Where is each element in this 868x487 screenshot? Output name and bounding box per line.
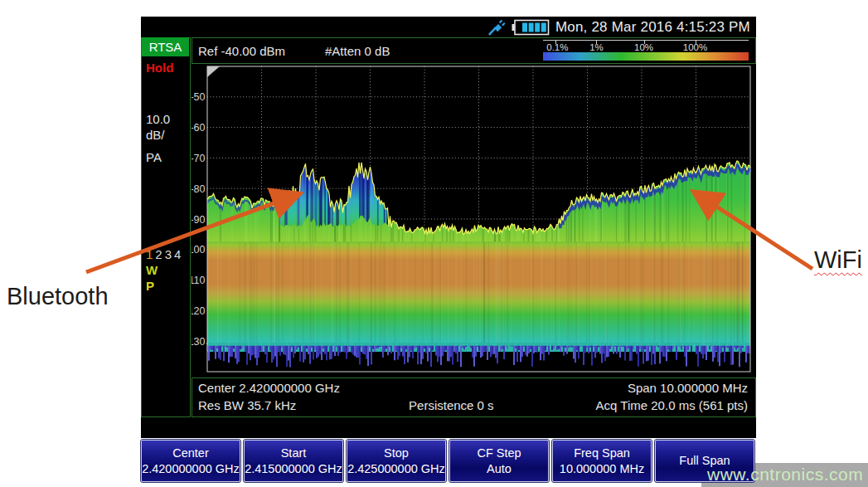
annotation-footer: Center 2.420000000 GHz Span 10.000000 MH…	[192, 377, 756, 417]
softkey-stop[interactable]: Stop 2.425000000 GHz	[347, 440, 446, 482]
hold-indicator: Hold	[146, 61, 173, 75]
trace-numbers: 1234	[146, 247, 183, 261]
acqtime-text: Acq Time 20.0 ms (561 pts)	[596, 398, 748, 412]
center-freq-text: Center 2.420000000 GHz	[198, 381, 340, 395]
colorbar-gradient	[543, 52, 749, 61]
scale-unit: dB/	[146, 128, 165, 142]
instrument-screen: Mon, 28 Mar 2016 4:15:23 PM RTSA Hold 10…	[141, 17, 756, 438]
softkey-cf-step[interactable]: CF Step Auto	[449, 440, 549, 482]
softkey-label: Center	[172, 446, 209, 461]
trace-digit: 4	[174, 247, 183, 261]
softkey-label: Freq Span	[574, 446, 630, 461]
status-bar: Mon, 28 Mar 2016 4:15:23 PM	[141, 17, 756, 37]
y-axis-label: -60	[192, 122, 206, 134]
ac-power-icon	[487, 18, 506, 37]
colorbar-label: 10%	[634, 42, 653, 52]
page: Mon, 28 Mar 2016 4:15:23 PM RTSA Hold 10…	[0, 0, 868, 487]
clock-text: Mon, 28 Mar 2016 4:15:23 PM	[555, 19, 750, 36]
softkey-label: Stop	[384, 446, 409, 461]
preamp-indicator: PA	[146, 150, 162, 164]
y-axis-label: -70	[192, 153, 206, 164]
resbw-text: Res BW 35.7 kHz	[198, 398, 296, 412]
softkey-bar: Center 2.420000000 GHz Start 2.415000000…	[141, 440, 754, 482]
y-axis-label: -50	[192, 91, 206, 103]
detector-indicator: P	[146, 279, 154, 293]
watermark-text: www.cntronics.com	[707, 465, 863, 485]
trace-digit: 2	[155, 247, 164, 261]
mode-badge: RTSA	[142, 37, 189, 56]
y-axis-label: -90	[192, 214, 206, 226]
battery-icon	[512, 19, 550, 36]
colorbar-label: 0.1%	[546, 42, 568, 52]
y-axis-label: -100	[192, 244, 206, 256]
ref-level-text: Ref -40.00 dBm	[198, 44, 285, 58]
softkey-start[interactable]: Start 2.415000000 GHz	[244, 440, 343, 482]
softkey-label: CF Step	[477, 446, 521, 461]
colorbar-label: 1%	[589, 42, 604, 52]
span-text: Span 10.000000 MHz	[628, 381, 748, 395]
softkey-value: 2.425000000 GHz	[347, 461, 445, 477]
measurement-header: Ref -40.00 dBm #Atten 0 dB 0.1% 1% 10% 1…	[192, 37, 756, 64]
softkey-value: 10.000000 MHz	[560, 461, 644, 477]
colorbar-label: 100%	[683, 42, 707, 52]
scale-value: 10.0	[146, 112, 170, 126]
wifi-annotation: WiFi	[814, 246, 862, 274]
persistence-text: Persistence 0 s	[409, 398, 494, 412]
softkey-freq-span[interactable]: Freq Span 10.000000 MHz	[552, 440, 652, 482]
bluetooth-annotation: Bluetooth	[7, 283, 109, 310]
softkey-value: 2.420000000 GHz	[142, 461, 240, 477]
trace-digit: 3	[165, 247, 174, 261]
plot-area: -50-60-70-80-90-100-110-120-130	[192, 64, 756, 377]
spectrum-svg: -50-60-70-80-90-100-110-120-130	[192, 64, 756, 377]
atten-text: #Atten 0 dB	[325, 44, 390, 58]
y-axis-label: -130	[192, 336, 206, 348]
softkey-label: Start	[281, 446, 307, 461]
trace-digit: 1	[146, 247, 155, 261]
density-colorbar: 0.1% 1% 10% 100%	[543, 40, 749, 62]
y-axis-label: -80	[192, 183, 206, 195]
softkey-value: 2.415000000 GHz	[245, 461, 342, 477]
left-sidebar: RTSA Hold 10.0 dB/ PA 1234 W P	[141, 37, 191, 417]
softkey-value: Auto	[487, 461, 512, 477]
y-axis-label: -120	[192, 305, 206, 317]
trace-mode-indicator: W	[146, 263, 158, 277]
y-axis-label: -110	[192, 275, 206, 286]
softkey-center[interactable]: Center 2.420000000 GHz	[141, 440, 240, 482]
